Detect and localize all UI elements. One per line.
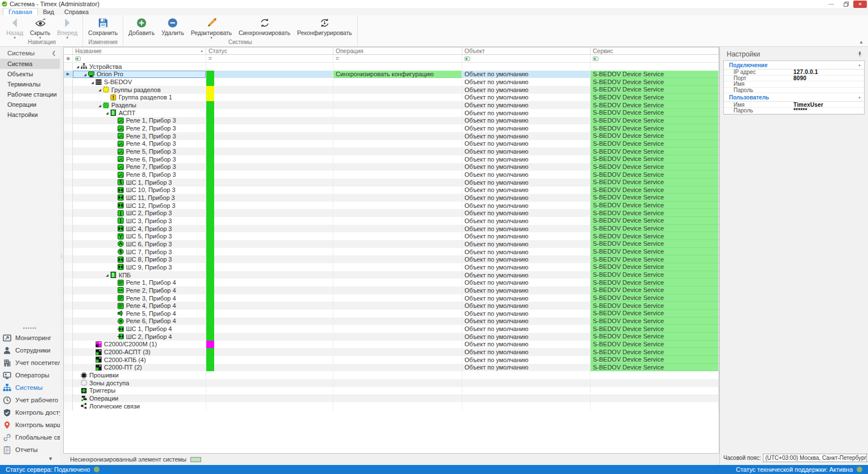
ribbon-tab[interactable]: Справка bbox=[59, 8, 94, 15]
sidebar-item[interactable]: Операции bbox=[0, 99, 60, 110]
table-row[interactable]: Реле 7, Прибор 3Объект по умолчаниюS-BED… bbox=[64, 163, 719, 171]
field-value[interactable]: ****** bbox=[792, 107, 864, 114]
sidebar-item[interactable]: Настройки bbox=[0, 110, 60, 120]
table-row[interactable]: С2000-АСПТ (3)Объект по умолчаниюS-BEDOV… bbox=[64, 348, 719, 356]
table-row[interactable]: Операции bbox=[64, 394, 719, 402]
table-row[interactable]: ШС 11, Прибор 3Объект по умолчаниюS-BEDO… bbox=[64, 194, 719, 202]
table-row[interactable]: Логические связи bbox=[64, 402, 719, 410]
expander-icon[interactable]: ◢ bbox=[97, 103, 103, 107]
nav-item-systems[interactable]: Системы bbox=[0, 381, 60, 394]
table-row[interactable]: ШС 6, Прибор 3Объект по умолчаниюS-BEDOV… bbox=[64, 240, 719, 248]
column-header[interactable]: Объект bbox=[462, 47, 591, 54]
column-header[interactable]: Сервис bbox=[591, 47, 719, 54]
table-row[interactable]: ШС 8, Прибор 3Объект по умолчаниюS-BEDOV… bbox=[64, 255, 719, 263]
nav-item-routes[interactable]: Контроль маршрутов bbox=[0, 419, 60, 431]
table-row[interactable]: Реле 4, Прибор 3Объект по умолчаниюS-BED… bbox=[64, 140, 719, 148]
table-row[interactable]: С2000/С2000М (1)Объект по умолчаниюS-BED… bbox=[64, 341, 719, 349]
maximize-button[interactable] bbox=[839, 1, 853, 8]
table-row[interactable]: ◢Группы разделовОбъект по умолчаниюS-BED… bbox=[64, 86, 719, 94]
table-row[interactable]: Реле 3, Прибор 3Объект по умолчаниюS-BED… bbox=[64, 132, 719, 140]
edit-button[interactable]: Редактировать▾ bbox=[188, 15, 236, 39]
expander-icon[interactable]: ◢ bbox=[82, 72, 88, 76]
collapse-ribbon-icon[interactable]: ▲ bbox=[859, 40, 863, 45]
table-row[interactable]: Реле 6, Прибор 3Объект по умолчаниюS-BED… bbox=[64, 155, 719, 163]
table-row[interactable]: ◢КПБОбъект по умолчаниюS-BEDOV Device Se… bbox=[64, 271, 719, 279]
sidebar-item[interactable]: Система bbox=[0, 59, 60, 69]
expander-icon[interactable]: ◢ bbox=[104, 111, 110, 115]
nav-item-links[interactable]: Глобальные связи bbox=[0, 431, 60, 443]
remove-button[interactable]: Удалить bbox=[158, 15, 188, 36]
table-row[interactable]: Реле 1, Прибор 3Объект по умолчаниюS-BED… bbox=[64, 117, 719, 125]
table-row[interactable]: Реле 2, Прибор 3Объект по умолчаниюS-BED… bbox=[64, 124, 719, 132]
collapse-section-icon[interactable]: ▲ bbox=[858, 63, 861, 67]
sidebar-item[interactable]: Объекты bbox=[0, 69, 60, 79]
table-row[interactable]: ШС 1, Прибор 4Объект по умолчаниюS-BEDOV… bbox=[64, 325, 719, 333]
table-row[interactable]: ШС 10, Прибор 3Объект по умолчаниюS-BEDO… bbox=[64, 186, 719, 194]
nav-item-reports[interactable]: Отчеты bbox=[0, 443, 60, 456]
table-row[interactable]: ШС 9, Прибор 3Объект по умолчаниюS-BEDOV… bbox=[64, 263, 719, 271]
table-row[interactable]: С2000-ПТ (2)Объект по умолчаниюS-BEDOV D… bbox=[64, 364, 719, 372]
add-button[interactable]: Добавить bbox=[125, 15, 158, 36]
table-row[interactable]: Реле 5, Прибор 4Объект по умолчаниюS-BED… bbox=[64, 310, 719, 318]
table-row[interactable]: Реле 2, Прибор 4Объект по умолчаниюS-BED… bbox=[64, 286, 719, 294]
ribbon-tab[interactable]: Главная bbox=[3, 8, 38, 15]
table-row[interactable]: Реле 3, Прибор 4Объект по умолчаниюS-BED… bbox=[64, 294, 719, 302]
ribbon-tab[interactable]: Вид bbox=[38, 8, 59, 15]
field-value[interactable]: 8090 bbox=[792, 75, 864, 81]
table-row[interactable]: ШС 12, Прибор 3Объект по умолчаниюS-BEDO… bbox=[64, 202, 719, 210]
filter-cell[interactable] bbox=[591, 55, 719, 62]
nav-drag-handle[interactable]: •••••• bbox=[0, 326, 60, 332]
table-row[interactable]: ◢АСПТОбъект по умолчаниюS-BEDOV Device S… bbox=[64, 109, 719, 117]
table-row[interactable]: ШС 3, Прибор 3Объект по умолчаниюS-BEDOV… bbox=[64, 217, 719, 225]
reconfigure-button[interactable]: Реконфигурировать bbox=[294, 15, 355, 36]
table-row[interactable]: Группа разделов 1Объект по умолчаниюS-BE… bbox=[64, 94, 719, 102]
table-row[interactable]: С2000-КПБ (4)Объект по умолчаниюS-BEDOV … bbox=[64, 356, 719, 364]
collapse-section-icon[interactable]: ▲ bbox=[858, 95, 861, 99]
section-header[interactable]: Пользователь▲ bbox=[724, 93, 864, 102]
sidebar-item[interactable]: Рабочие станции bbox=[0, 89, 60, 99]
back-button[interactable]: Назад▾ bbox=[3, 15, 27, 39]
expander-icon[interactable]: ◢ bbox=[97, 88, 103, 92]
nav-item-employees[interactable]: Сотрудники bbox=[0, 344, 60, 356]
filter-cell[interactable]: = bbox=[333, 55, 462, 62]
filter-cell[interactable]: = bbox=[206, 55, 333, 62]
table-row[interactable]: ШС 2, Прибор 4Объект по умолчаниюS-BEDOV… bbox=[64, 333, 719, 341]
filter-cell[interactable] bbox=[73, 55, 206, 62]
table-row[interactable]: Реле 4, Прибор 4Объект по умолчаниюS-BED… bbox=[64, 302, 719, 310]
field-value[interactable]: TimexUser bbox=[792, 102, 864, 108]
table-row[interactable]: Зоны доступа bbox=[64, 379, 719, 387]
expander-icon[interactable]: ◢ bbox=[75, 64, 81, 68]
table-row[interactable]: ▶◢Orion ProСинхронизировать конфигурацию… bbox=[64, 71, 719, 79]
nav-item-monitoring[interactable]: Мониторинг bbox=[0, 332, 60, 344]
column-header[interactable]: Название▲ bbox=[73, 47, 206, 54]
close-button[interactable]: ✕ bbox=[853, 1, 867, 8]
table-row[interactable]: ШС 2, Прибор 3Объект по умолчаниюS-BEDOV… bbox=[64, 209, 719, 217]
filter-cell[interactable] bbox=[462, 55, 591, 62]
sidebar-item[interactable]: Терминалы bbox=[0, 79, 60, 89]
hide-button[interactable]: Скрыть▾ bbox=[27, 15, 54, 39]
table-row[interactable]: Реле 1, Прибор 4Объект по умолчаниюS-BED… bbox=[64, 279, 719, 286]
column-header[interactable]: Статус bbox=[206, 47, 333, 54]
save-button[interactable]: Сохранить bbox=[85, 15, 121, 36]
nav-item-time[interactable]: Учет рабочего времени bbox=[0, 394, 60, 406]
table-row[interactable]: Реле 6, Прибор 4Объект по умолчаниюS-BED… bbox=[64, 318, 719, 325]
table-row[interactable]: ◢Устройства bbox=[64, 63, 719, 71]
table-row[interactable]: ШС 5, Прибор 3Объект по умолчаниюS-BEDOV… bbox=[64, 232, 719, 240]
nav-item-operators[interactable]: Операторы bbox=[0, 369, 60, 381]
table-row[interactable]: Триггеры bbox=[64, 387, 719, 395]
table-row[interactable]: ШС 4, Прибор 3Объект по умолчаниюS-BEDOV… bbox=[64, 225, 719, 233]
table-row[interactable]: ◢S-BEDOVОбъект по умолчаниюS-BEDOV Devic… bbox=[64, 78, 719, 86]
field-value[interactable]: 127.0.0.1 bbox=[792, 69, 864, 75]
expander-icon[interactable]: ◢ bbox=[89, 80, 96, 84]
nav-overflow-chevron[interactable]: ▼ bbox=[0, 456, 60, 465]
table-row[interactable]: ◢РазделыОбъект по умолчаниюS-BEDOV Devic… bbox=[64, 101, 719, 109]
pin-icon[interactable] bbox=[857, 51, 862, 57]
table-row[interactable]: Реле 8, Прибор 3Объект по умолчаниюS-BED… bbox=[64, 171, 719, 179]
minimize-button[interactable]: — bbox=[824, 1, 839, 8]
sidebar-collapse-icon[interactable]: ❮ bbox=[51, 50, 56, 56]
nav-item-access[interactable]: Контроль доступа bbox=[0, 406, 60, 419]
table-row[interactable]: ШС 1, Прибор 3Объект по умолчаниюS-BEDOV… bbox=[64, 179, 719, 186]
table-row[interactable]: ШС 7, Прибор 3Объект по умолчаниюS-BEDOV… bbox=[64, 248, 719, 256]
nav-item-visitors[interactable]: Учет посетителей bbox=[0, 356, 60, 369]
sync-button[interactable]: Синхронизировать bbox=[235, 15, 294, 36]
